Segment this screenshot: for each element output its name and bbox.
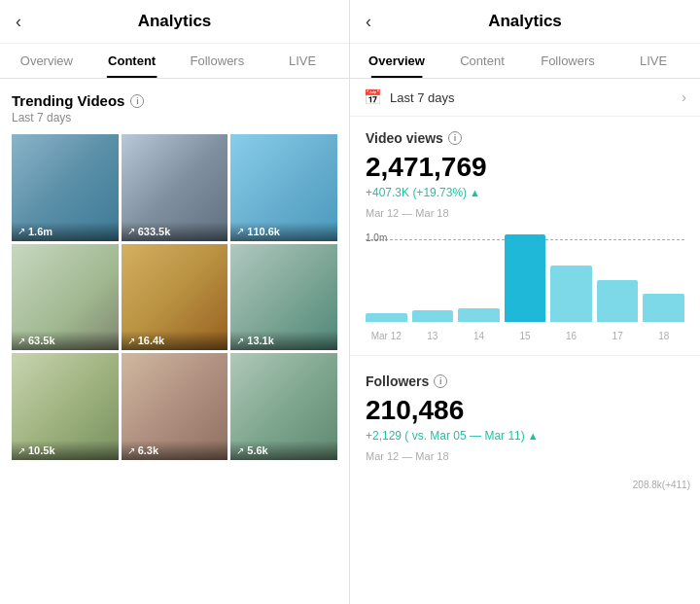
play-arrow-icon-5: ↗ (127, 336, 135, 346)
play-arrow-icon-7: ↗ (18, 445, 25, 456)
view-count-9: 5.6k (247, 444, 267, 456)
left-header: ‹ Analytics (0, 0, 349, 44)
trending-videos-title: Trending Videos i (12, 92, 337, 109)
followers-info-icon[interactable]: i (434, 374, 447, 388)
watermark: 208.8k(+411) (350, 478, 700, 494)
followers-header: Followers i (366, 373, 684, 389)
followers-change: +2,129 ( vs. Mar 05 — Mar 11) ▲ (366, 429, 684, 443)
bar-2 (412, 310, 454, 322)
right-header: ‹ Analytics (350, 0, 700, 44)
chart-bars (366, 234, 684, 322)
play-arrow-icon-8: ↗ (127, 445, 135, 456)
video-views-chart: 1.0m Mar 12 13 14 15 16 (350, 234, 700, 351)
video-views-title: Video views (366, 130, 443, 146)
video-thumb-6[interactable]: ↗ 13.1k (230, 244, 337, 351)
right-panel: ‹ Analytics Overview Content Followers L… (350, 0, 700, 604)
bar-5 (550, 266, 592, 323)
view-count-1: 1.6m (28, 226, 52, 237)
right-tabs: Overview Content Followers LIVE (350, 44, 700, 79)
right-content-area: Video views i 2,471,769 +407.3K (+19.73%… (350, 117, 700, 604)
video-thumb-4[interactable]: ↗ 63.5k (12, 244, 119, 351)
play-arrow-icon-3: ↗ (236, 226, 244, 236)
left-tabs: Overview Content Followers LIVE (0, 44, 349, 79)
view-count-3: 110.6k (247, 226, 280, 237)
chart-label-1: Mar 12 (366, 331, 407, 341)
section-divider (350, 355, 700, 356)
bar-7 (643, 294, 684, 322)
view-count-2: 633.5k (138, 226, 171, 237)
video-grid: ↗ 1.6m ↗ 633.5k ↗ 110.6k ↗ (12, 134, 337, 460)
chart-label-6: 17 (597, 331, 639, 341)
video-views-value: 2,471,769 (366, 152, 684, 183)
left-back-button[interactable]: ‹ (16, 12, 21, 32)
video-views-section: Video views i 2,471,769 +407.3K (+19.73%… (350, 117, 700, 234)
bar-1 (366, 313, 407, 322)
followers-section: Followers i 210,486 +2,129 ( vs. Mar 05 … (350, 360, 700, 478)
video-views-header: Video views i (366, 130, 684, 146)
view-count-7: 10.5k (28, 444, 55, 456)
chart-label-5: 16 (550, 331, 592, 341)
chart-x-labels: Mar 12 13 14 15 16 17 18 (366, 331, 684, 341)
left-panel: ‹ Analytics Overview Content Followers L… (0, 0, 350, 604)
view-count-4: 63.5k (28, 335, 55, 346)
left-content-area: Trending Videos i Last 7 days ↗ 1.6m ↗ 6… (0, 79, 349, 604)
video-thumb-2[interactable]: ↗ 633.5k (122, 134, 228, 241)
trending-info-icon[interactable]: i (130, 94, 144, 108)
trending-subtitle: Last 7 days (12, 111, 337, 124)
left-tab-overview[interactable]: Overview (4, 44, 89, 78)
right-tab-overview[interactable]: Overview (354, 44, 439, 78)
video-views-info-icon[interactable]: i (448, 131, 462, 145)
video-thumb-9[interactable]: ↗ 5.6k (230, 353, 337, 460)
up-arrow-icon: ▲ (470, 187, 480, 198)
date-filter[interactable]: 📅 Last 7 days › (350, 79, 700, 117)
chart-label-4: 15 (505, 331, 546, 341)
video-thumb-3[interactable]: ↗ 110.6k (230, 134, 337, 241)
followers-value: 210,486 (366, 395, 684, 426)
followers-title: Followers (366, 373, 429, 389)
view-count-5: 16.4k (138, 335, 165, 346)
video-thumb-7[interactable]: ↗ 10.5k (12, 353, 119, 460)
calendar-icon: 📅 (364, 89, 382, 106)
right-back-button[interactable]: ‹ (366, 12, 371, 32)
video-thumb-5[interactable]: ↗ 16.4k (122, 244, 228, 351)
video-views-change: +407.3K (+19.73%) ▲ (366, 186, 684, 199)
bar-4 (505, 234, 546, 322)
play-arrow-icon-2: ↗ (127, 226, 135, 236)
left-header-title: Analytics (138, 12, 212, 31)
view-count-8: 6.3k (138, 444, 158, 456)
right-tab-content[interactable]: Content (439, 44, 525, 78)
left-tab-live[interactable]: LIVE (260, 44, 345, 78)
chevron-right-icon: › (682, 89, 686, 105)
chart-label-3: 14 (458, 331, 500, 341)
video-views-date-range: Mar 12 — Mar 18 (366, 207, 684, 219)
right-tab-followers[interactable]: Followers (525, 44, 611, 78)
bar-6 (597, 280, 639, 322)
right-tab-live[interactable]: LIVE (611, 44, 696, 78)
view-count-6: 13.1k (247, 335, 274, 346)
play-arrow-icon-9: ↗ (236, 445, 244, 456)
play-arrow-icon-1: ↗ (18, 226, 25, 236)
video-thumb-8[interactable]: ↗ 6.3k (122, 353, 228, 460)
play-arrow-icon-6: ↗ (236, 336, 244, 346)
left-tab-content[interactable]: Content (89, 44, 175, 78)
followers-up-arrow-icon: ▲ (528, 430, 539, 442)
bar-3 (458, 308, 500, 322)
right-header-title: Analytics (488, 12, 562, 31)
chart-label-7: 18 (643, 331, 684, 341)
left-tab-followers[interactable]: Followers (175, 44, 261, 78)
date-filter-label: Last 7 days (390, 90, 455, 105)
video-thumb-1[interactable]: ↗ 1.6m (12, 134, 119, 241)
play-arrow-icon-4: ↗ (18, 336, 25, 346)
chart-label-2: 13 (412, 331, 454, 341)
followers-date-range: Mar 12 — Mar 18 (366, 450, 684, 462)
